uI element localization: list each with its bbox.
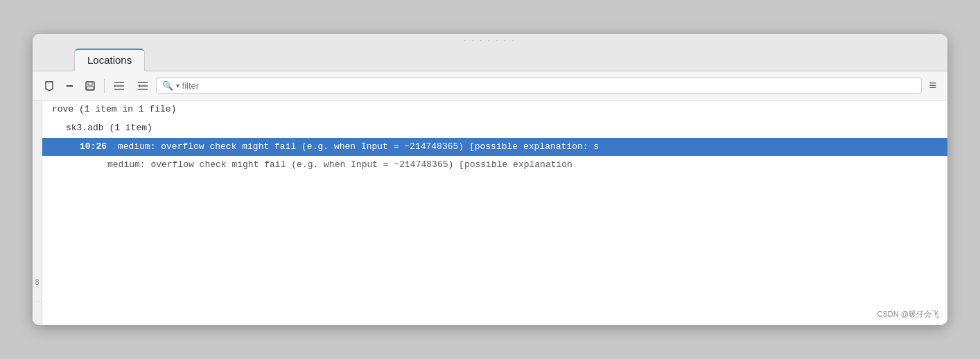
search-icon: 🔍	[162, 80, 173, 91]
save-button[interactable]	[80, 78, 100, 94]
save-icon	[85, 80, 96, 91]
svg-marker-0	[46, 82, 53, 91]
row-line-number: 10:26	[80, 141, 107, 152]
minus-icon: −	[66, 80, 73, 92]
separator-1	[104, 79, 105, 93]
indent-less-button[interactable]	[132, 78, 153, 94]
watermark: CSDN @暖仔会飞	[877, 309, 939, 319]
row-prefix: rove (1 item in 1 file)	[52, 104, 176, 114]
content-area: 8 ··· rove (1 item in 1 file) sk3.adb (1…	[33, 100, 947, 325]
clear-button[interactable]	[40, 78, 59, 94]
hamburger-menu-button[interactable]: ≡	[925, 76, 940, 96]
list-item[interactable]: medium: overflow check might fail (e.g. …	[42, 156, 947, 175]
list-item[interactable]: rove (1 item in 1 file)	[42, 100, 947, 119]
indent-more-button[interactable]	[109, 78, 130, 94]
hamburger-icon: ≡	[929, 78, 936, 92]
filter-container: 🔍 ▾	[156, 78, 922, 94]
remove-button[interactable]: −	[62, 77, 78, 95]
filter-dropdown-arrow[interactable]: ▾	[176, 82, 180, 89]
drag-handle: · · · · · · ·	[464, 34, 516, 46]
tab-locations[interactable]: Locations	[74, 49, 145, 71]
line-number-indicator: 8	[35, 278, 40, 287]
main-window: · · · · · · · Locations −	[33, 34, 947, 325]
toolbar: − 🔍	[33, 71, 947, 100]
list-item-selected[interactable]: 10:26 medium: overflow check might fail …	[42, 138, 947, 157]
clear-icon	[44, 80, 55, 91]
filter-input[interactable]	[182, 80, 916, 91]
svg-rect-2	[86, 82, 94, 90]
row-message: medium: overflow check might fail (e.g. …	[118, 141, 599, 152]
indent-less-icon	[137, 80, 149, 91]
indent-more-icon	[113, 80, 125, 91]
row-message-secondary: medium: overflow check might fail (e.g. …	[52, 158, 572, 173]
svg-rect-4	[87, 87, 94, 89]
row-prefix: sk3.adb (1 item)	[52, 123, 152, 133]
list-item[interactable]: sk3.adb (1 item)	[42, 119, 947, 138]
